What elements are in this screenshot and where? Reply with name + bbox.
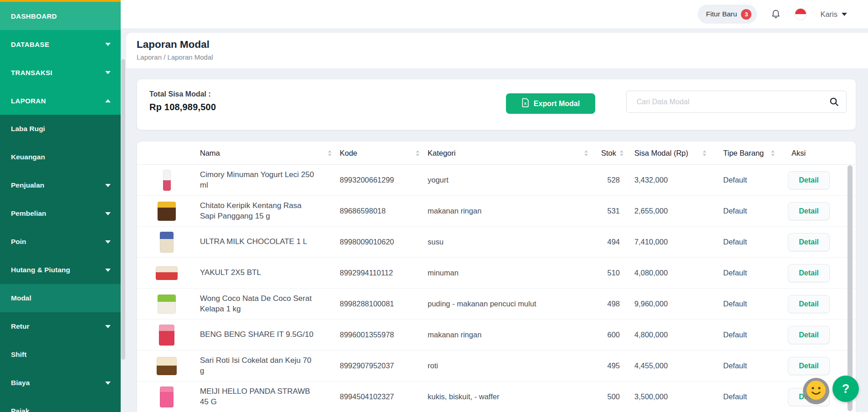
product-code: 8993200661299 [336, 175, 424, 185]
product-category: minuman [424, 268, 592, 278]
sort-icon[interactable] [416, 150, 419, 156]
new-features-count-badge: 3 [741, 9, 751, 20]
detail-button[interactable]: Detail [788, 233, 830, 251]
column-header-kode[interactable]: Kode [336, 142, 424, 164]
new-features-button[interactable]: Fitur Baru 3 [698, 5, 757, 24]
notifications-button[interactable] [771, 8, 781, 20]
sidebar-scrollbar[interactable] [121, 59, 125, 360]
detail-button[interactable]: Detail [788, 202, 830, 220]
sidebar-item-keuangan[interactable]: Keuangan [0, 143, 121, 171]
product-code: 8998288100081 [336, 299, 424, 309]
product-name: ULTRA MILK CHOCOLATE 1 L [196, 237, 316, 247]
table-scrollbar-track[interactable] [848, 165, 853, 411]
user-menu[interactable]: Karis [820, 10, 847, 19]
row-actions: Detail [779, 295, 856, 313]
sort-icon[interactable] [328, 150, 332, 156]
column-header-kategori[interactable]: Kategori [424, 142, 592, 164]
sidebar-item-label: DASHBOARD [11, 12, 57, 20]
sidebar-item-laporan[interactable]: LAPORAN [0, 86, 121, 115]
sidebar-item-label: Pembelian [11, 209, 46, 218]
detail-button[interactable]: Detail [788, 357, 830, 375]
capital-report-table: NamaKodeKategoriStokSisa Modal (Rp)Tipe … [137, 141, 856, 412]
product-stock: 510 [592, 268, 624, 278]
product-image [137, 170, 196, 191]
sidebar-item-label: Shift [11, 351, 26, 359]
sidebar-item-pembelian[interactable]: Pembelian [0, 199, 121, 228]
product-code: 8996001355978 [336, 330, 424, 340]
product-capital: 2,655,000 [624, 206, 711, 216]
table-row: Wong Coco Nata De Coco Serat Kelapa 1 kg… [137, 288, 856, 319]
sidebar-item-transaksi[interactable]: TRANSAKSI [0, 58, 121, 86]
chevron-down-icon [105, 381, 111, 385]
sort-icon[interactable] [703, 150, 706, 156]
export-modal-label: Export Modal [534, 100, 580, 108]
sidebar-item-hutang-piutang[interactable]: Hutang & Piutang [0, 256, 121, 284]
sidebar-item-dashboard[interactable]: DASHBOARD [0, 2, 121, 30]
product-stock: 495 [592, 361, 624, 371]
topbar: Fitur Baru 3 Karis [121, 0, 868, 28]
sidebar-item-label: Laba Rugi [11, 125, 45, 133]
sort-icon[interactable] [771, 150, 775, 156]
search-input[interactable] [626, 91, 847, 113]
product-category: roti [424, 361, 592, 371]
sidebar-item-biaya[interactable]: Biaya [0, 369, 121, 397]
table-row: YAKULT 2X5 BTL8992994110112minuman5104,0… [137, 257, 856, 288]
chevron-down-icon [842, 13, 847, 16]
product-capital: 4,800,000 [624, 330, 711, 340]
product-category: puding - makanan pencuci mulut [424, 299, 592, 309]
detail-button[interactable]: Detail [788, 264, 830, 282]
table-scrollbar-thumb[interactable] [848, 165, 853, 411]
sort-icon[interactable] [584, 150, 588, 156]
sidebar-item-laba-rugi[interactable]: Laba Rugi [0, 115, 121, 143]
chevron-down-icon [105, 240, 111, 244]
smiley-face-icon [806, 380, 826, 402]
product-category: kukis, biskuit, - waffer [424, 392, 592, 402]
table-row: MEIJI HELLO PANDA STRAWB 45 G89945041023… [137, 381, 856, 412]
column-header-nama[interactable]: Nama [196, 142, 336, 164]
column-header-aksi: Aksi [779, 142, 856, 164]
bell-icon [771, 8, 781, 20]
sidebar-item-label: Poin [11, 238, 26, 246]
sort-icon[interactable] [620, 150, 623, 156]
chevron-down-icon [105, 71, 111, 74]
language-flag-indonesia[interactable] [795, 8, 807, 20]
column-header-sisa-modal-rp[interactable]: Sisa Modal (Rp) [624, 142, 711, 164]
feedback-smiley-button[interactable] [803, 378, 829, 404]
product-name: Wong Coco Nata De Coco Serat Kelapa 1 kg [196, 294, 316, 315]
new-features-label: Fitur Baru [706, 10, 737, 18]
export-modal-button[interactable]: x Export Modal [506, 93, 595, 114]
product-image [137, 202, 196, 221]
sidebar-item-poin[interactable]: Poin [0, 228, 121, 256]
product-type: Default [711, 392, 779, 402]
chevron-down-icon [105, 269, 111, 272]
detail-button[interactable]: Detail [788, 295, 830, 313]
detail-button[interactable]: Detail [788, 171, 830, 189]
product-code: 8992994110112 [336, 268, 424, 278]
chevron-down-icon [105, 43, 111, 46]
table-row: Chitato Keripik Kentang Rasa Sapi Pangga… [137, 195, 856, 226]
sidebar-item-modal[interactable]: Modal [0, 284, 121, 312]
product-name: MEIJI HELLO PANDA STRAWB 45 G [196, 387, 316, 407]
product-code: 89686598018 [336, 206, 424, 216]
sidebar-item-label: Biaya [11, 379, 30, 387]
product-image [137, 387, 196, 407]
total-capital-label: Total Sisa Modal : [149, 90, 216, 98]
sidebar-item-database[interactable]: DATABASE [0, 30, 121, 58]
column-header-stok[interactable]: Stok [592, 142, 624, 164]
row-actions: Detail [779, 326, 856, 344]
help-button[interactable]: ? [832, 376, 859, 402]
sidebar-item-shift[interactable]: Shift [0, 341, 121, 369]
product-category: makanan ringan [424, 206, 592, 216]
sidebar-item-penjualan[interactable]: Penjualan [0, 171, 121, 199]
sidebar-item-retur[interactable]: Retur [0, 312, 121, 341]
search-icon[interactable] [829, 97, 839, 109]
product-type: Default [711, 237, 779, 247]
sidebar-item-pajak[interactable]: Pajak [0, 397, 121, 412]
page-title: Laporan Modal [137, 39, 868, 51]
column-header-tipe-barang[interactable]: Tipe Barang [711, 142, 779, 164]
product-type: Default [711, 206, 779, 216]
detail-button[interactable]: Detail [788, 326, 830, 344]
product-stock: 600 [592, 330, 624, 340]
product-capital: 3,432,000 [624, 175, 711, 185]
product-capital: 3,500,000 [624, 392, 711, 402]
